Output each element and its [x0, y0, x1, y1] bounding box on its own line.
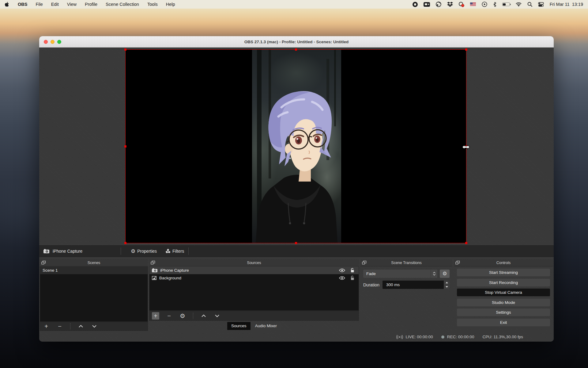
combo-arrows-icon	[431, 270, 437, 278]
transition-select[interactable]: Fade	[363, 270, 437, 278]
popout-icon[interactable]	[362, 261, 367, 265]
menu-view[interactable]: View	[67, 2, 77, 7]
step-down-icon[interactable]	[446, 286, 448, 288]
transition-settings-button[interactable]: ⚙	[440, 270, 450, 278]
source-list-item[interactable]: iPhone Capture	[149, 266, 359, 274]
spotlight-search-icon[interactable]	[527, 1, 532, 7]
wifi-icon[interactable]	[516, 1, 522, 7]
controls-panel-title: Controls	[496, 261, 511, 265]
vtuber-avatar	[252, 50, 341, 243]
obs-status-icon[interactable]	[436, 1, 441, 7]
add-source-button[interactable]: +	[152, 312, 159, 320]
live-status: LIVE: 00:00:00	[396, 335, 433, 339]
video-camera-icon[interactable]	[424, 2, 430, 7]
selection-handle[interactable]	[124, 48, 126, 51]
source-row-controls	[339, 268, 356, 273]
menu-edit[interactable]: Edit	[51, 2, 59, 7]
selection-handle[interactable]	[124, 242, 126, 244]
scenes-panel: Scenes Scene 1 + −	[40, 259, 148, 331]
dropbox-icon[interactable]	[447, 1, 453, 7]
rec-status: REC: 00:00:00	[441, 335, 474, 339]
properties-label: Properties	[137, 249, 157, 254]
visibility-eye-icon[interactable]	[339, 276, 345, 280]
desktop: OBS File Edit View Profile Scene Collect…	[0, 0, 588, 368]
divider	[121, 247, 121, 255]
move-source-up-button[interactable]	[200, 312, 207, 320]
apple-menu-icon[interactable]	[5, 1, 9, 7]
source-properties-button[interactable]: ⚙	[179, 312, 186, 320]
menu-clock[interactable]: Fri Mar 11 13:19	[550, 2, 583, 7]
properties-button[interactable]: ⚙ Properties	[126, 246, 161, 257]
lock-open-icon[interactable]	[350, 276, 354, 280]
menu-profile[interactable]: Profile	[85, 2, 97, 7]
remove-source-button[interactable]: −	[165, 312, 173, 320]
popout-icon[interactable]	[455, 261, 460, 265]
transitions-panel-header[interactable]: Scene Transitions	[360, 259, 452, 266]
exit-button[interactable]: Exit	[457, 319, 550, 326]
add-scene-button[interactable]: +	[43, 323, 50, 330]
duration-input[interactable]: 300 ms	[383, 281, 450, 289]
transitions-body: Fade ⚙ Duration 300 ms	[360, 266, 452, 292]
sources-panel-header[interactable]: Sources	[149, 259, 359, 266]
zoom-button[interactable]	[57, 40, 61, 44]
scenes-list[interactable]: Scene 1	[40, 266, 148, 322]
menu-tools[interactable]: Tools	[147, 2, 158, 7]
close-button[interactable]	[44, 40, 48, 44]
divider	[193, 313, 193, 319]
menu-scene-collection[interactable]: Scene Collection	[106, 2, 139, 7]
selection-handle[interactable]	[295, 242, 297, 244]
preview-canvas[interactable]	[126, 50, 466, 243]
tab-sources[interactable]: Sources	[227, 322, 251, 330]
minimize-button[interactable]	[51, 40, 55, 44]
image-source-icon	[152, 276, 156, 280]
menu-help[interactable]: Help	[166, 2, 175, 7]
settings-button[interactable]: Settings	[457, 309, 550, 316]
remove-scene-button[interactable]: −	[56, 323, 63, 330]
duration-label: Duration	[363, 282, 379, 287]
scene-transitions-panel: Scene Transitions Fade ⚙	[360, 259, 452, 331]
scenes-panel-header[interactable]: Scenes	[40, 259, 148, 266]
selection-handle[interactable]	[124, 145, 126, 148]
move-source-down-button[interactable]	[213, 312, 221, 320]
selection-handle[interactable]	[295, 48, 297, 51]
controls-body: Start Streaming Start Recording Stop Vir…	[454, 266, 553, 326]
dock-tabs: Sources Audio Mixer	[149, 321, 359, 331]
menu-obs[interactable]: OBS	[18, 2, 27, 7]
us-flag-input-icon[interactable]	[470, 1, 476, 7]
step-up-icon[interactable]	[446, 282, 448, 283]
traffic-lights	[44, 36, 61, 47]
duration-stepper[interactable]	[444, 281, 450, 289]
start-recording-button[interactable]: Start Recording	[457, 279, 550, 286]
source-list-item[interactable]: Background	[149, 274, 359, 282]
red-badge-app-icon[interactable]	[459, 2, 464, 7]
sources-panel-title: Sources	[247, 261, 261, 265]
filters-label: Filters	[172, 249, 184, 254]
scene-list-item[interactable]: Scene 1	[40, 266, 148, 274]
lock-open-icon[interactable]	[350, 268, 354, 273]
move-scene-down-button[interactable]	[91, 323, 98, 330]
duration-value: 300 ms	[386, 282, 400, 287]
tab-audio-mixer[interactable]: Audio Mixer	[251, 322, 281, 330]
stop-virtual-camera-button[interactable]: Stop Virtual Camera	[457, 289, 550, 296]
selection-handle[interactable]	[465, 242, 467, 244]
screen-recording-icon[interactable]	[413, 2, 418, 7]
control-center-icon[interactable]	[538, 1, 544, 7]
popout-icon[interactable]	[41, 261, 46, 265]
start-streaming-button[interactable]: Start Streaming	[457, 269, 550, 276]
play-status-icon[interactable]	[482, 1, 487, 7]
filters-button[interactable]: Filters	[161, 246, 188, 257]
visibility-eye-icon[interactable]	[339, 268, 345, 272]
sources-toolbar: + − ⚙	[149, 311, 359, 321]
popout-icon[interactable]	[151, 261, 155, 265]
move-scene-up-button[interactable]	[77, 323, 85, 330]
sources-list[interactable]: iPhone Capture Background	[149, 266, 359, 311]
iphone-capture-video[interactable]	[252, 50, 341, 243]
bluetooth-icon[interactable]	[493, 1, 496, 7]
selection-handle[interactable]	[465, 48, 467, 51]
battery-icon[interactable]	[502, 2, 510, 6]
menu-file[interactable]: File	[36, 2, 43, 7]
window-titlebar[interactable]: OBS 27.1.3 (mac) - Profile: Untitled - S…	[39, 36, 554, 48]
menu-status-icons: Fri Mar 11 13:19	[413, 1, 583, 7]
controls-panel-header[interactable]: Controls	[454, 259, 553, 266]
studio-mode-button[interactable]: Studio Mode	[457, 299, 550, 306]
